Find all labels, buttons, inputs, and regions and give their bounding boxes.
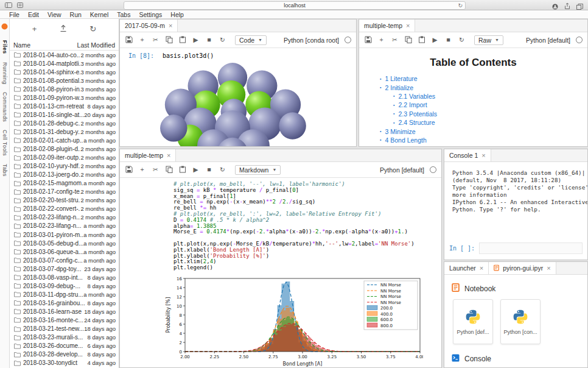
activity-tab-files[interactable]: Files (2, 40, 8, 54)
file-row[interactable]: 2018-03-16-learn-ase18 days ago (10, 307, 119, 316)
tab-notebook-1[interactable]: 2017-05-09-m × (120, 19, 178, 32)
kernel-name[interactable]: Python [default] (526, 37, 570, 44)
save-icon[interactable] (125, 166, 133, 174)
copy-icon[interactable] (165, 166, 173, 174)
toc-item[interactable]: ▪3 Minimize (380, 127, 587, 135)
toc-item[interactable]: ▪2.1 Variables (393, 92, 587, 101)
menu-help[interactable]: Help (166, 11, 188, 18)
run-icon[interactable]: ▶ (192, 36, 200, 44)
copy-icon[interactable] (165, 36, 173, 44)
file-row[interactable]: 2018-03-11-dpg-stru...a month ago (10, 290, 119, 299)
paste-icon[interactable] (418, 36, 425, 44)
close-icon[interactable]: × (547, 265, 550, 272)
new-launcher-icon[interactable]: + (32, 25, 37, 34)
reload-icon[interactable]: ↻ (458, 2, 463, 9)
file-row[interactable]: 2018-01-16-single-at...20 days ago (10, 110, 119, 119)
toc-item[interactable]: ▪4 Bond Length (380, 136, 587, 144)
file-row[interactable]: 2018-03-16-monte-c...24 days ago (10, 316, 119, 324)
file-row[interactable]: 2018-01-04-sphinx-e...3 months ago (10, 68, 119, 76)
cut-icon[interactable]: ✂ (391, 36, 399, 44)
reader-view-icon[interactable] (17, 0, 23, 10)
copy-icon[interactable] (404, 36, 412, 44)
toc-item[interactable]: ▪2.3 Potentials (393, 110, 587, 118)
code-cell[interactable]: In [8]: basis.plot3d() (120, 48, 356, 62)
refresh-icon[interactable]: ↻ (458, 36, 466, 44)
insert-icon[interactable]: + (377, 36, 385, 44)
activity-tab-commands[interactable]: Commands (2, 92, 8, 122)
tab-launcher[interactable]: Launcher × (444, 262, 489, 274)
toc-item[interactable]: ▪2 Initialize (380, 83, 587, 91)
code-editor[interactable]: # plt.plot(x, mo_bell, '--', lw=1, label… (173, 182, 441, 271)
refresh-icon[interactable]: ↻ (219, 36, 226, 44)
stop-icon[interactable]: ■ (205, 166, 213, 174)
file-row[interactable]: 2018-02-22-convert-...2 months ago (10, 205, 119, 213)
tab-notebook-2[interactable]: multiple-temp × (120, 149, 176, 161)
activity-tab-cell-tools[interactable]: Cell Tools (2, 130, 8, 156)
kernel-name[interactable]: Python [default] (380, 166, 424, 174)
file-row[interactable]: 2018-03-16-grainbou...8 days ago (10, 299, 119, 307)
file-row[interactable]: 2018-03-21-test-new...18 days ago (10, 325, 119, 333)
file-row[interactable]: 2018-02-15-magmom...a month ago (10, 179, 119, 188)
tab-pyiron-gui[interactable]: pyiron-gui.ipyr × (489, 262, 556, 274)
menu-settings[interactable]: Settings (135, 11, 166, 18)
menu-run[interactable]: Run (66, 11, 86, 18)
run-icon[interactable]: ▶ (431, 36, 439, 44)
file-row[interactable]: 2018-03-01-pyiron-m...a month ago (10, 230, 119, 239)
file-row[interactable]: 2018-01-09-pyiron-w...3 months ago (10, 93, 119, 102)
name-column-header[interactable]: Name (13, 41, 77, 49)
url-bar[interactable]: localhost ↻ (124, 1, 466, 10)
toc-item[interactable]: ▪2.4 Structure (393, 118, 587, 127)
file-row[interactable]: 2018-02-01-catch-up...a month ago (10, 136, 119, 144)
file-row[interactable]: 2018-01-04-matplotli...3 months ago (10, 59, 119, 68)
menu-edit[interactable]: Edit (24, 11, 43, 18)
save-icon[interactable] (364, 36, 372, 44)
sidebar-toggle-icon[interactable] (5, 0, 12, 10)
file-row[interactable]: 2018-03-07-dpg-toy...23 days ago (10, 264, 119, 273)
file-row[interactable]: 2018-02-08-plugin-d...2 months ago (10, 145, 119, 154)
file-row[interactable]: 2018-02-17-config-te...2 months ago (10, 188, 119, 196)
stop-icon[interactable]: ■ (205, 36, 213, 44)
cell-type-dropdown[interactable]: Markdown ▼ (235, 165, 281, 175)
file-row[interactable]: 2018-03-28-develop...8 days ago (10, 350, 119, 359)
close-icon[interactable]: × (406, 23, 410, 29)
console-input[interactable] (479, 242, 583, 254)
insert-icon[interactable]: + (138, 166, 146, 174)
upload-icon[interactable] (60, 24, 67, 34)
menu-kernel[interactable]: Kernel (86, 11, 113, 18)
cell-code[interactable]: basis.plot3d() (163, 52, 214, 59)
tab-toc[interactable]: multiple-temp × (359, 19, 415, 32)
file-row[interactable]: 2018-03-23-murali-s...8 days ago (10, 333, 119, 342)
save-icon[interactable] (125, 36, 133, 44)
file-row[interactable]: 2018-02-20-test-stru...2 months ago (10, 196, 119, 205)
menu-tabs[interactable]: Tabs (113, 11, 135, 18)
file-list-header[interactable]: Name Last Modified (10, 40, 119, 51)
close-icon[interactable]: × (169, 23, 172, 29)
cell-type-dropdown[interactable]: Raw ▼ (474, 35, 503, 45)
toc-item[interactable]: ▪1 Literature (380, 74, 587, 83)
file-row[interactable]: 2018-01-31-debug-y...2 months ago (10, 127, 119, 136)
refresh-icon[interactable]: ↻ (219, 166, 226, 174)
toc-item[interactable]: ▪2.2 Import (393, 101, 587, 109)
launcher-card[interactable]: Python [def... (453, 299, 493, 344)
activity-tab-tabs[interactable]: Tabs (2, 164, 8, 177)
paste-icon[interactable] (178, 36, 186, 44)
cut-icon[interactable]: ✂ (152, 166, 159, 174)
paste-icon[interactable] (178, 166, 186, 174)
file-row[interactable]: 2018-01-04-auto-co...2 months ago (10, 51, 119, 59)
file-row[interactable]: 2018-03-30-tonydict4 days ago (10, 359, 119, 367)
file-row[interactable]: 2018-01-28-debug-c...2 months ago (10, 119, 119, 127)
close-icon[interactable]: × (167, 152, 170, 159)
file-row[interactable]: 2018-02-13-joerg-do...2 months ago (10, 171, 119, 179)
file-row[interactable]: 2018-03-06-queue-a...a month ago (10, 247, 119, 256)
insert-icon[interactable]: + (138, 36, 146, 44)
close-icon[interactable]: × (481, 152, 485, 159)
file-row[interactable]: 2018-03-05-debug-d...a month ago (10, 239, 119, 247)
file-row[interactable]: 2018-02-10-yury-hdf...2 months ago (10, 162, 119, 171)
close-icon[interactable]: × (480, 265, 483, 272)
file-row[interactable]: 2018-03-08-vasp-int...8 days ago (10, 273, 119, 281)
stop-icon[interactable]: ■ (444, 36, 452, 44)
file-row[interactable]: 2018-03-09-debug-...8 days ago (10, 281, 119, 290)
menu-file[interactable]: File (5, 11, 24, 18)
file-row[interactable]: 2018-03-26-docume...6 days ago (10, 342, 119, 350)
file-row[interactable]: 2018-02-23-lifang-n...a month ago (10, 222, 119, 230)
